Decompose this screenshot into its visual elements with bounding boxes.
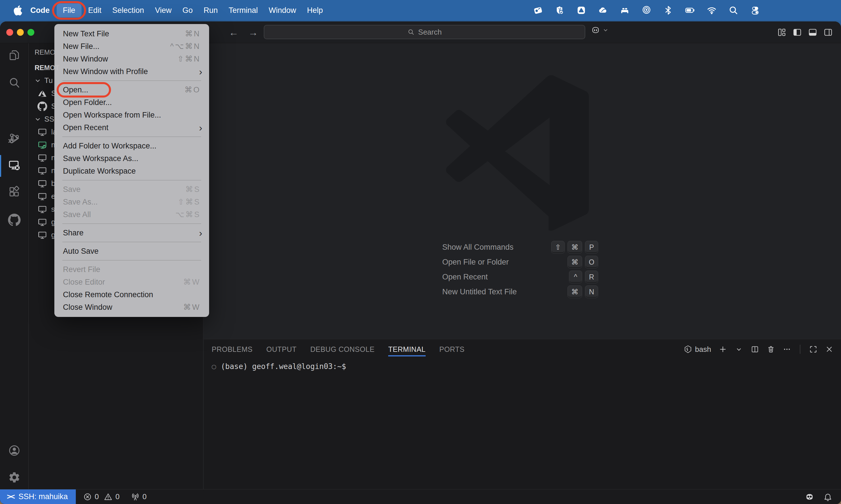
- ports-count: 0: [142, 492, 146, 501]
- keycap: P: [585, 241, 598, 253]
- menubar-menu-file[interactable]: File: [57, 3, 82, 17]
- toggle-secondary-sidebar-icon[interactable]: [823, 28, 833, 37]
- battery-icon[interactable]: [685, 5, 695, 15]
- editor-pane: Show All Commands ⇧ ⌘ P Open File or Fol…: [204, 43, 841, 489]
- spotlight-search-icon[interactable]: [728, 5, 739, 15]
- bluetooth-icon[interactable]: [663, 5, 673, 15]
- tab-ports[interactable]: PORTS: [440, 339, 465, 359]
- menu-item-save: Save ⌘S: [54, 183, 209, 196]
- server-icon: [37, 217, 47, 227]
- tab-output[interactable]: OUTPUT: [266, 339, 297, 359]
- keycap: ⇧: [551, 241, 565, 253]
- shell-chip[interactable]: bash: [684, 345, 711, 354]
- menu-item-shortcut: ^⌥⌘N: [170, 42, 200, 51]
- menu-item-save-workspace-as[interactable]: Save Workspace As...: [54, 152, 209, 165]
- menubar-menu-edit[interactable]: Edit: [83, 0, 107, 21]
- menu-item-new-file[interactable]: New File... ^⌥⌘N: [54, 40, 209, 53]
- settings-gear-icon[interactable]: [7, 470, 21, 484]
- apple-logo-icon[interactable]: [14, 5, 22, 16]
- menubar-app-name[interactable]: Code: [30, 6, 50, 15]
- close-panel-icon[interactable]: [825, 345, 834, 354]
- menu-item-open[interactable]: Open... ⌘O: [54, 84, 209, 96]
- editor-welcome: Show All Commands ⇧ ⌘ P Open File or Fol…: [204, 43, 841, 339]
- cloud-app-icon[interactable]: [598, 5, 608, 15]
- search-icon: [407, 28, 415, 36]
- remote-explorer-icon[interactable]: [7, 159, 21, 172]
- menu-item-close-window[interactable]: Close Window ⌘W: [54, 301, 209, 313]
- maximize-panel-icon[interactable]: [809, 345, 818, 354]
- tab-terminal[interactable]: TERMINAL: [388, 339, 425, 359]
- keycap: ^: [569, 271, 582, 283]
- errors-count: 0: [95, 492, 99, 501]
- menu-item-label: Revert File: [63, 265, 200, 274]
- copilot-status-icon[interactable]: [805, 492, 814, 501]
- traffic-light-minimize[interactable]: [17, 29, 24, 36]
- menubar-menu-help[interactable]: Help: [302, 0, 328, 21]
- tab-problems[interactable]: PROBLEMS: [212, 339, 253, 359]
- menubar-menu-terminal[interactable]: Terminal: [223, 0, 263, 21]
- terminal-prompt-line[interactable]: ○ (base) geoff.weal@login03:~$: [212, 362, 346, 371]
- triangle-app-icon[interactable]: [576, 5, 586, 15]
- menu-item-new-text-file[interactable]: New Text File ⌘N: [54, 28, 209, 40]
- terminal-profile-chevron-icon[interactable]: [735, 345, 743, 354]
- menubar-file-label: File: [57, 3, 82, 17]
- problems-status[interactable]: 0 0: [83, 492, 120, 501]
- server-icon: [37, 153, 47, 163]
- menu-item-open-recent[interactable]: Open Recent ›: [54, 121, 209, 134]
- command-center-search[interactable]: Search: [264, 25, 585, 39]
- menubar-menu-window[interactable]: Window: [263, 0, 302, 21]
- run-debug-icon[interactable]: [7, 131, 21, 145]
- keycap: ⌘: [568, 286, 582, 298]
- menu-item-open-workspace-from-file[interactable]: Open Workspace from File...: [54, 109, 209, 121]
- customize-layout-icon[interactable]: [777, 28, 787, 37]
- menubar-menu-selection[interactable]: Selection: [107, 0, 149, 21]
- menubar-menu-go[interactable]: Go: [177, 0, 198, 21]
- server-icon: [37, 192, 47, 201]
- menu-item-label: Save Workspace As...: [63, 154, 200, 163]
- control-center-icon[interactable]: [750, 5, 761, 15]
- menu-item-shortcut: ⌘W: [183, 303, 200, 312]
- copilot-menu-button[interactable]: [591, 25, 609, 35]
- remote-icon: ><: [7, 492, 14, 501]
- explorer-icon[interactable]: [7, 48, 21, 62]
- more-actions-icon[interactable]: [783, 345, 791, 354]
- status-bar-right: [805, 492, 833, 501]
- extensions-icon[interactable]: [7, 185, 21, 199]
- back-arrow-icon[interactable]: ←: [229, 21, 238, 43]
- toggle-primary-sidebar-icon[interactable]: [792, 28, 802, 37]
- menubar-menu-view[interactable]: View: [149, 0, 177, 21]
- tab-debug-console[interactable]: DEBUG CONSOLE: [310, 339, 375, 359]
- menu-item-add-folder-to-workspace[interactable]: Add Folder to Workspace...: [54, 140, 209, 152]
- kill-terminal-icon[interactable]: [767, 345, 775, 354]
- menu-item-duplicate-workspace[interactable]: Duplicate Workspace: [54, 165, 209, 177]
- keycap: O: [585, 256, 598, 268]
- forward-arrow-icon[interactable]: →: [248, 21, 258, 43]
- split-terminal-icon[interactable]: [751, 345, 759, 354]
- accounts-icon[interactable]: [7, 444, 21, 457]
- camera-app-icon[interactable]: [533, 5, 543, 15]
- notifications-bell-icon[interactable]: [823, 492, 833, 501]
- traffic-light-zoom[interactable]: [28, 29, 34, 36]
- ports-status[interactable]: 0: [131, 492, 146, 501]
- menu-item-share[interactable]: Share ›: [54, 227, 209, 239]
- menu-item-label: New Window with Profile: [63, 67, 199, 76]
- bed-icon[interactable]: [620, 5, 630, 15]
- menu-item-close-remote-connection[interactable]: Close Remote Connection: [54, 288, 209, 301]
- airdrop-icon[interactable]: [641, 5, 651, 15]
- status-bar: >< SSH: mahuika 0 0 0: [0, 489, 841, 504]
- traffic-light-close[interactable]: [6, 29, 13, 36]
- terminal-prompt-text: (base) geoff.weal@login03:~$: [221, 362, 346, 371]
- new-terminal-icon[interactable]: [719, 345, 727, 354]
- github-view-icon[interactable]: [7, 213, 21, 227]
- menu-item-new-window[interactable]: New Window ⇧⌘N: [54, 53, 209, 65]
- server-icon: [37, 204, 47, 214]
- menubar-menu-run[interactable]: Run: [198, 0, 223, 21]
- menu-item-auto-save[interactable]: Auto Save: [54, 245, 209, 257]
- wifi-icon[interactable]: [706, 5, 717, 15]
- remote-status-button[interactable]: >< SSH: mahuika: [0, 489, 76, 504]
- shield-check-icon[interactable]: [554, 5, 565, 15]
- menu-item-open-folder[interactable]: Open Folder...: [54, 96, 209, 109]
- toggle-panel-icon[interactable]: [808, 28, 818, 37]
- search-view-icon[interactable]: [7, 76, 21, 90]
- menu-item-new-window-with-profile[interactable]: New Window with Profile ›: [54, 65, 209, 78]
